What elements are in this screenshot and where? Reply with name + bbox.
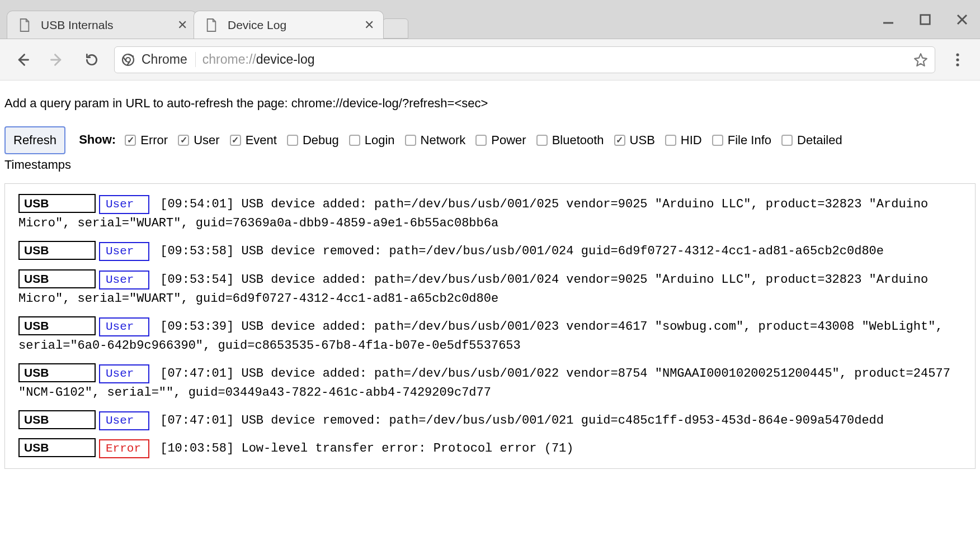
filter-item[interactable]: Login [349,131,395,150]
back-button[interactable] [10,48,35,72]
filter-label: Error [140,131,168,150]
log-text: [09:54:01] USB device added: path=/dev/b… [18,197,928,230]
filter-item[interactable]: Power [475,131,526,150]
filter-label: Debug [303,131,339,150]
filter-checkbox[interactable] [475,135,487,146]
filter-item[interactable]: HID [665,131,702,150]
filter-item[interactable]: Event [230,131,277,150]
filter-item[interactable]: USB [614,131,655,150]
filter-checkbox[interactable] [178,135,189,146]
tab-strip: USB Internals✕Device Log✕ [7,0,380,39]
filter-label: HID [681,131,702,150]
url-prefix: chrome:// [202,52,256,67]
filter-label-line2: Timestamps [4,155,976,174]
log-type-tag: USB [18,194,96,213]
browser-tab[interactable]: Device Log✕ [194,11,384,39]
filter-checkbox[interactable] [349,135,360,146]
filter-checkbox[interactable] [781,135,793,146]
log-level-tag: User [99,411,149,430]
forward-button[interactable] [45,48,69,72]
filter-label: File Info [728,131,771,150]
filter-label: Power [491,131,526,150]
address-bar[interactable]: Chrome chrome://device-log [114,46,935,73]
log-text: [10:03:58] Low-level transfer error: Pro… [153,442,574,455]
log-type-tag: USB [18,363,96,382]
tab-title: Device Log [228,18,286,32]
maximize-button[interactable] [917,12,933,27]
close-window-button[interactable] [954,12,970,27]
filter-checkbox[interactable] [536,135,548,146]
log-text: [09:53:58] USB device removed: path=/dev… [153,244,884,258]
filter-checkbox[interactable] [125,135,136,146]
log-entry: USBUser [09:53:58] USB device removed: p… [18,241,962,261]
new-tab-button[interactable] [383,18,408,39]
minimize-button[interactable] [880,12,896,27]
filter-label: Bluetooth [552,131,604,150]
filter-checkbox[interactable] [287,135,298,146]
log-level-tag: User [99,242,149,261]
filter-label: Event [246,131,277,150]
auto-refresh-hint: Add a query param in URL to auto-refresh… [4,94,976,113]
page-icon [205,18,218,32]
log-entry: USBUser [07:47:01] USB device removed: p… [18,410,962,430]
log-entry: USBUser [09:53:54] USB device added: pat… [18,269,962,309]
page-icon [18,18,31,32]
browser-tab[interactable]: USB Internals✕ [7,11,197,39]
filter-item[interactable]: Detailed [781,131,842,150]
tab-title: USB Internals [41,18,114,32]
filter-label: USB [630,131,655,150]
log-level-tag: User [99,317,149,336]
url-text: chrome://device-log [202,52,315,67]
log-text: [09:53:39] USB device added: path=/dev/b… [18,320,943,353]
bookmark-star-icon[interactable] [913,53,928,67]
log-entry: USBUser [09:54:01] USB device added: pat… [18,194,962,233]
controls-row: Refresh Show: ErrorUserEventDebugLoginNe… [4,126,976,174]
browser-menu-button[interactable] [945,48,970,72]
filter-checkbox[interactable] [230,135,241,146]
refresh-button[interactable]: Refresh [4,126,65,154]
log-type-tag: USB [18,269,96,288]
log-type-tag: USB [18,438,96,457]
log-level-tag: User [99,195,149,214]
browser-toolbar: Chrome chrome://device-log [0,39,980,80]
log-type-tag: USB [18,316,96,335]
reload-button[interactable] [79,48,104,72]
filter-label: Network [421,131,466,150]
svg-point-13 [956,63,959,66]
filter-checkbox[interactable] [712,135,723,146]
svg-point-12 [956,58,959,61]
tab-close-icon[interactable]: ✕ [177,19,187,31]
scheme-label: Chrome [142,52,196,67]
log-type-tag: USB [18,241,96,260]
filter-item[interactable]: User [178,131,219,150]
log-type-tag: USB [18,410,96,429]
log-entry: USBUser [09:53:39] USB device added: pat… [18,316,962,355]
tab-strip-area: USB Internals✕Device Log✕ [0,0,980,39]
window-controls [880,12,970,27]
filter-label: Login [365,131,395,150]
filter-item[interactable]: Network [405,131,466,150]
filter-item[interactable]: Error [125,131,168,150]
filter-label: User [194,131,219,150]
tab-close-icon[interactable]: ✕ [364,19,374,31]
log-text: [09:53:54] USB device added: path=/dev/b… [18,273,928,306]
log-text: [07:47:01] USB device removed: path=/dev… [153,414,884,428]
log-level-tag: User [99,364,149,383]
log-level-tag: User [99,270,149,290]
log-entry: USBError [10:03:58] Low-level transfer e… [18,438,962,458]
show-label: Show: [79,132,116,146]
filter-item[interactable]: Bluetooth [536,131,604,150]
filter-item[interactable]: Debug [287,131,339,150]
filter-checkbox[interactable] [405,135,416,146]
url-path: device-log [256,52,315,67]
filter-checkbox[interactable] [665,135,676,146]
filter-item[interactable]: File Info [712,131,771,150]
page-body: Add a query param in URL to auto-refresh… [0,80,980,478]
filter-checkbox[interactable] [614,135,625,146]
log-container: USBUser [09:54:01] USB device added: pat… [4,183,976,469]
chrome-scheme-icon [121,53,135,67]
svg-point-11 [956,53,959,56]
svg-rect-1 [921,15,930,24]
log-level-tag: Error [99,439,149,458]
log-text: [07:47:01] USB device added: path=/dev/b… [18,367,950,400]
